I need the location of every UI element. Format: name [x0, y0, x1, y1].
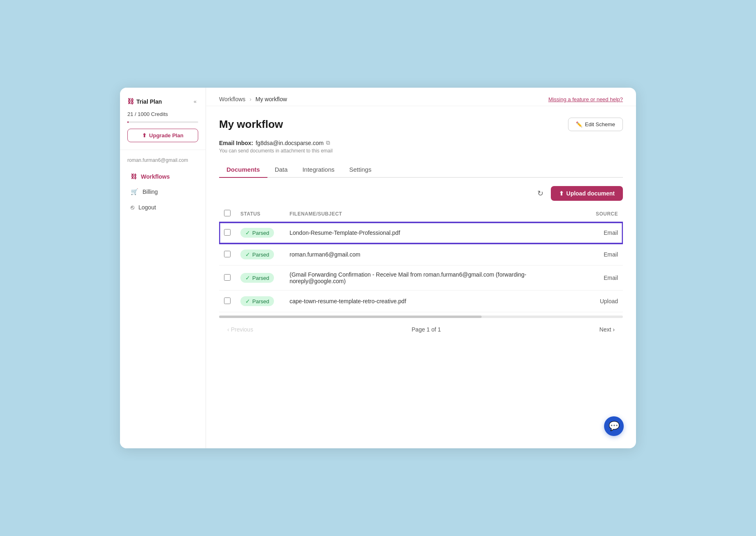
upload-document-button[interactable]: ⬆ Upload document [551, 186, 623, 201]
sidebar-divider [120, 150, 206, 150]
breadcrumb-root[interactable]: Workflows [219, 96, 245, 102]
tab-data[interactable]: Data [267, 162, 295, 178]
upgrade-icon: ⬆ [142, 132, 147, 139]
tab-settings[interactable]: Settings [342, 162, 379, 178]
check-circle-icon: ✓ [245, 229, 250, 236]
upgrade-label: Upgrade Plan [149, 132, 183, 139]
upload-icon: ⬆ [559, 190, 564, 197]
chevron-left-icon: ‹ [227, 326, 229, 333]
documents-table-container: STATUS FILENAME/SUBJECT SOURCE [219, 206, 623, 318]
breadcrumb: Workflows › My workflow [219, 96, 287, 102]
trial-plan-label: ⛓ Trial Plan [127, 98, 162, 105]
status-label: Parsed [252, 298, 269, 304]
previous-page-button[interactable]: ‹ Previous [224, 325, 256, 334]
row-status-cell: ✓ Parsed [235, 266, 285, 291]
row-filename-cell[interactable]: roman.furman6@gmail.com [285, 244, 574, 266]
sidebar: ⛓ Trial Plan « 21 / 1000 Credits ⬆ Upgra… [120, 88, 206, 448]
next-page-button[interactable]: Next › [596, 325, 618, 334]
documents-table: STATUS FILENAME/SUBJECT SOURCE [219, 206, 623, 312]
edit-scheme-label: Edit Scheme [585, 121, 615, 127]
row-checkbox[interactable] [224, 229, 231, 236]
sidebar-nav: ⛓ Workflows 🛒 Billing ⎋ Logout [120, 166, 206, 217]
status-label: Parsed [252, 275, 269, 281]
pagination: ‹ Previous Page 1 of 1 Next › [219, 318, 623, 336]
row-filename-cell[interactable]: London-Resume-Template-Professional.pdf [285, 222, 574, 244]
status-badge: ✓ Parsed [240, 296, 274, 306]
email-address: fg8dsa@in.docsparse.com [256, 140, 324, 146]
header-source: SOURCE [574, 206, 623, 222]
sidebar-item-logout[interactable]: ⎋ Logout [123, 200, 202, 215]
app-frame: ⛓ Trial Plan « 21 / 1000 Credits ⬆ Upgra… [120, 88, 636, 448]
main-content: Workflows › My workflow Missing a featur… [206, 88, 636, 448]
sidebar-header: ⛓ Trial Plan « [120, 98, 206, 110]
row-checkbox[interactable] [224, 251, 231, 257]
check-circle-icon: ✓ [245, 251, 250, 258]
edit-icon: ✏️ [576, 121, 582, 127]
credits-text: 21 / 1000 Credits [120, 110, 206, 120]
edit-scheme-button[interactable]: ✏️ Edit Scheme [568, 118, 623, 131]
email-inbox-row: Email Inbox: fg8dsa@in.docsparse.com ⧉ [219, 139, 623, 146]
row-checkbox[interactable] [224, 298, 231, 304]
row-checkbox[interactable] [224, 274, 231, 281]
status-label: Parsed [252, 252, 269, 258]
chevron-right-icon: › [613, 326, 615, 333]
page-title-row: My workflow ✏️ Edit Scheme [219, 118, 623, 131]
header-status: STATUS [235, 206, 285, 222]
table-toolbar: ↻ ⬆ Upload document [219, 186, 623, 201]
tab-documents[interactable]: Documents [219, 162, 267, 178]
row-status-cell: ✓ Parsed [235, 291, 285, 312]
row-source-cell: Email [574, 222, 623, 244]
table-header-row: STATUS FILENAME/SUBJECT SOURCE [219, 206, 623, 222]
row-checkbox-cell [219, 291, 235, 312]
progress-bar-fill [127, 121, 129, 123]
page-title: My workflow [219, 118, 283, 131]
refresh-button[interactable]: ↻ [535, 186, 546, 200]
row-source-cell: Upload [574, 291, 623, 312]
header-checkbox-col [219, 206, 235, 222]
workflows-label: Workflows [141, 173, 170, 180]
scrollbar-thumb [219, 316, 482, 318]
status-badge: ✓ Parsed [240, 250, 274, 259]
row-filename-cell[interactable]: cape-town-resume-template-retro-creative… [285, 291, 574, 312]
chat-icon: 💬 [609, 421, 620, 432]
tab-integrations[interactable]: Integrations [295, 162, 342, 178]
row-checkbox-cell [219, 244, 235, 266]
row-source-cell: Email [574, 244, 623, 266]
row-filename-cell[interactable]: (Gmail Forwarding Confirmation - Receive… [285, 266, 574, 291]
upgrade-plan-button[interactable]: ⬆ Upgrade Plan [127, 129, 198, 142]
copy-icon[interactable]: ⧉ [326, 139, 330, 146]
row-checkbox-cell [219, 266, 235, 291]
select-all-checkbox[interactable] [224, 210, 231, 216]
table-row[interactable]: ✓ Parsed London-Resume-Template-Professi… [219, 222, 623, 244]
sidebar-item-billing[interactable]: 🛒 Billing [123, 184, 202, 200]
row-source-cell: Email [574, 266, 623, 291]
row-status-cell: ✓ Parsed [235, 244, 285, 266]
status-badge: ✓ Parsed [240, 273, 274, 283]
logout-icon: ⎋ [131, 204, 134, 211]
check-circle-icon: ✓ [245, 275, 250, 281]
topbar: Workflows › My workflow Missing a featur… [206, 88, 636, 106]
workflows-icon: ⛓ [131, 173, 137, 180]
chat-fab-button[interactable]: 💬 [604, 416, 624, 436]
table-row[interactable]: ✓ Parsed cape-town-resume-template-retro… [219, 291, 623, 312]
help-link[interactable]: Missing a feature or need help? [548, 96, 623, 102]
billing-label: Billing [143, 189, 158, 195]
page-body: My workflow ✏️ Edit Scheme Email Inbox: … [206, 106, 636, 448]
check-circle-icon: ✓ [245, 298, 250, 304]
previous-label: Previous [231, 326, 253, 333]
table-row[interactable]: ✓ Parsed (Gmail Forwarding Confirmation … [219, 266, 623, 291]
breadcrumb-current: My workflow [256, 96, 287, 102]
trial-icon: ⛓ [127, 98, 134, 105]
row-status-cell: ✓ Parsed [235, 222, 285, 244]
header-filename: FILENAME/SUBJECT [285, 206, 574, 222]
status-label: Parsed [252, 230, 269, 236]
next-label: Next [600, 326, 611, 333]
upload-label: Upload document [566, 190, 615, 197]
breadcrumb-separator: › [249, 96, 251, 102]
collapse-sidebar-button[interactable]: « [192, 98, 198, 105]
horizontal-scrollbar[interactable] [219, 316, 623, 318]
credits-progress-bar [120, 120, 206, 129]
logout-label: Logout [138, 204, 156, 211]
sidebar-item-workflows[interactable]: ⛓ Workflows [123, 169, 202, 184]
table-row[interactable]: ✓ Parsed roman.furman6@gmail.com Email [219, 244, 623, 266]
